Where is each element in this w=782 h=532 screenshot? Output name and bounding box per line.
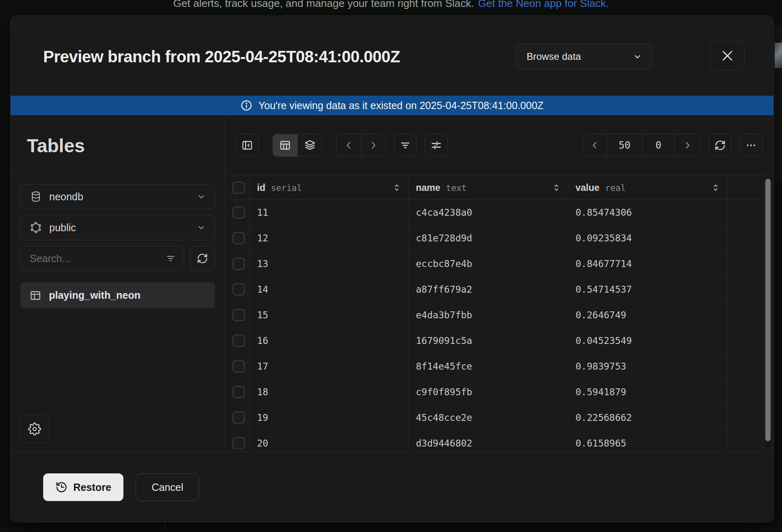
row-checkbox-cell [228, 405, 250, 430]
close-button[interactable] [710, 41, 745, 70]
sort-icon[interactable] [551, 183, 561, 193]
cell-id[interactable]: 19 [250, 405, 409, 430]
sort-icon[interactable] [711, 183, 720, 193]
cell-value[interactable]: 0.85474306 [568, 200, 727, 225]
table-row[interactable]: 15 e4da3b7fbb 0.2646749 [228, 302, 766, 328]
cell-name[interactable]: eccbc87e4b [409, 251, 568, 276]
cell-name[interactable]: c9f0f895fb [409, 379, 568, 405]
row-checkbox[interactable] [233, 412, 245, 424]
cell-value[interactable]: 0.2646749 [568, 302, 727, 328]
cell-name[interactable]: c4ca4238a0 [409, 200, 568, 225]
cell-id[interactable]: 18 [250, 379, 409, 405]
sort-icon[interactable] [392, 183, 402, 193]
background-divider-vertical [165, 522, 165, 529]
cell-value[interactable]: 0.6158965 [568, 431, 727, 449]
row-checkbox[interactable] [233, 258, 245, 270]
refresh-data-button[interactable] [709, 134, 731, 157]
cell-name[interactable]: 1679091c5a [409, 328, 568, 353]
row-checkbox[interactable] [233, 437, 245, 449]
refresh-tables-button[interactable] [190, 246, 215, 271]
record-view-button[interactable] [297, 134, 322, 156]
select-all-checkbox[interactable] [233, 182, 245, 194]
cell-value[interactable]: 0.09235834 [568, 225, 727, 251]
column-name: name [416, 182, 440, 193]
cell-name[interactable]: d3d9446802 [409, 431, 568, 449]
cell-id[interactable]: 20 [250, 431, 409, 449]
page-offset-value[interactable]: 0 [642, 134, 674, 156]
cell-value[interactable]: 0.22568662 [568, 405, 727, 430]
table-row[interactable]: 19 45c48cce2e 0.22568662 [228, 405, 766, 431]
cell-id[interactable]: 16 [250, 328, 409, 353]
table-view-button[interactable] [273, 134, 297, 156]
filter-icon[interactable] [165, 253, 176, 264]
cancel-button[interactable]: Cancel [136, 473, 199, 501]
page-prev-button[interactable] [583, 134, 606, 156]
row-checkbox[interactable] [233, 232, 245, 244]
more-options-button[interactable] [740, 134, 762, 157]
cell-name[interactable]: 8f14e45fce [409, 354, 568, 379]
search-row [20, 246, 215, 271]
screen: Get alerts, track usage, and manage your… [0, 0, 782, 532]
cell-name[interactable]: c81e728d9d [409, 225, 568, 251]
schema-selector[interactable]: public [20, 215, 215, 240]
page-size-value[interactable]: 50 [606, 134, 642, 156]
table-row[interactable]: 18 c9f0f895fb 0.5941879 [228, 379, 766, 405]
sidebar-item-playing-with-neon[interactable]: playing_with_neon [20, 282, 215, 308]
settings-button[interactable] [20, 415, 49, 443]
cell-id[interactable]: 17 [250, 354, 409, 379]
cell-id[interactable]: 12 [250, 225, 409, 251]
cell-filler [727, 200, 766, 225]
cell-name[interactable]: e4da3b7fbb [409, 302, 568, 328]
column-header-name[interactable]: nametext [409, 176, 568, 199]
database-selector[interactable]: neondb [20, 184, 215, 209]
row-checkbox[interactable] [233, 309, 245, 321]
scrollbar-thumb[interactable] [765, 179, 771, 441]
table-row[interactable]: 16 1679091c5a 0.04523549 [228, 328, 766, 354]
sliders-icon [430, 139, 442, 151]
cell-value[interactable]: 0.5941879 [568, 379, 727, 405]
row-checkbox-cell [228, 431, 250, 449]
column-settings-button[interactable] [425, 134, 448, 157]
nav-forward-button[interactable] [361, 134, 385, 156]
row-checkbox[interactable] [233, 335, 245, 347]
search-input[interactable] [30, 253, 165, 265]
cell-value[interactable]: 0.9839753 [568, 354, 727, 379]
row-checkbox[interactable] [233, 283, 245, 296]
search-box[interactable] [20, 246, 184, 271]
cell-value[interactable]: 0.54714537 [568, 277, 727, 302]
table-row[interactable]: 20 d3d9446802 0.6158965 [228, 431, 766, 449]
cell-filler [727, 405, 766, 430]
column-header-value[interactable]: valuereal [568, 176, 727, 199]
table-row[interactable]: 13 eccbc87e4b 0.84677714 [228, 251, 766, 277]
row-checkbox[interactable] [233, 360, 245, 372]
filter-rows-button[interactable] [394, 134, 417, 157]
promo-link[interactable]: Get the Neon app for Slack. [478, 0, 609, 9]
vertical-scrollbar[interactable] [764, 175, 772, 449]
cell-value[interactable]: 0.84677714 [568, 251, 727, 276]
cell-name[interactable]: a87ff679a2 [409, 277, 568, 302]
cell-filler [727, 302, 766, 328]
table-row[interactable]: 12 c81e728d9d 0.09235834 [228, 225, 766, 251]
table-row[interactable]: 11 c4ca4238a0 0.85474306 [228, 200, 766, 225]
column-header-id[interactable]: idserial [250, 176, 409, 199]
cell-name[interactable]: 45c48cce2e [409, 405, 568, 430]
column-type: serial [271, 183, 302, 193]
cell-id[interactable]: 15 [250, 302, 409, 328]
table-row[interactable]: 14 a87ff679a2 0.54714537 [228, 277, 766, 302]
table-row[interactable]: 17 8f14e45fce 0.9839753 [228, 354, 766, 379]
database-icon [30, 190, 42, 203]
cell-filler [727, 251, 766, 276]
row-checkbox[interactable] [233, 386, 245, 398]
page-next-button[interactable] [674, 134, 700, 156]
row-checkbox[interactable] [233, 206, 245, 219]
browse-data-dropdown[interactable]: Browse data [516, 44, 652, 69]
row-checkbox-cell [228, 277, 250, 302]
cell-id[interactable]: 13 [250, 251, 409, 276]
banner-text: You're viewing data as it existed on 202… [258, 100, 543, 112]
cell-value[interactable]: 0.04523549 [568, 328, 727, 353]
cell-id[interactable]: 14 [250, 277, 409, 302]
restore-button[interactable]: Restore [43, 473, 123, 501]
nav-back-button[interactable] [336, 134, 361, 156]
cell-id[interactable]: 11 [250, 200, 409, 225]
collapse-sidebar-button[interactable] [236, 134, 259, 157]
